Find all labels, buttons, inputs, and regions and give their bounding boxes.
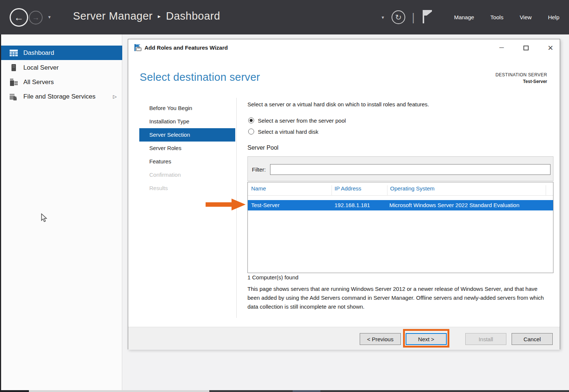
previous-button[interactable]: < Previous <box>360 333 401 345</box>
page-note: This page shows servers that are running… <box>247 285 550 311</box>
sidebar-item-label: Local Server <box>23 64 59 72</box>
column-divider <box>387 185 387 196</box>
sidebar-item-all-servers[interactable]: All Servers <box>1 75 122 89</box>
sidebar-item-file-storage-services[interactable]: File and Storage Services ▷ <box>1 89 122 104</box>
column-header-name[interactable]: Name <box>251 185 266 192</box>
forward-arrow-icon: → <box>32 13 40 22</box>
flag-icon <box>422 9 433 24</box>
refresh-button[interactable]: ↻ <box>392 10 405 24</box>
filter-panel: Filter: <box>247 156 553 181</box>
menu-tools[interactable]: Tools <box>490 14 503 20</box>
step-server-selection[interactable]: Server Selection <box>139 128 235 142</box>
cell-name: Test-Server <box>251 202 280 208</box>
sidebar-item-label: All Servers <box>23 79 54 86</box>
step-before-you-begin[interactable]: Before You Begin <box>139 102 235 115</box>
filter-input[interactable] <box>270 164 550 175</box>
step-server-roles[interactable]: Server Roles <box>139 142 235 155</box>
cell-operating-system: Microsoft Windows Server 2022 Standard E… <box>389 202 519 208</box>
local-server-icon <box>9 64 18 71</box>
back-button[interactable]: ← <box>10 8 28 27</box>
column-header-ip-address[interactable]: IP Address <box>335 185 361 192</box>
radio-unselected-icon <box>248 129 254 134</box>
breadcrumb-separator-icon: ▸ <box>158 13 161 19</box>
server-pool-table: Name IP Address Operating System Test-Se… <box>247 182 553 273</box>
minimize-icon: ─ <box>499 44 504 52</box>
taskbar-edge <box>0 390 569 392</box>
table-header: Name IP Address Operating System <box>248 182 553 196</box>
cell-ip-address: 192.168.1.181 <box>335 202 370 208</box>
intro-text: Select a server or a virtual hard disk o… <box>247 101 429 107</box>
breadcrumb-root[interactable]: Server Manager <box>73 10 153 22</box>
wizard-steps: Before You Begin Installation Type Serve… <box>139 102 235 195</box>
dialog-title: Add Roles and Features Wizard <box>144 44 228 51</box>
dashboard-grid-icon <box>9 50 18 56</box>
all-servers-icon <box>9 79 18 86</box>
back-arrow-icon: ← <box>14 12 24 23</box>
sidebar-item-label: File and Storage Services <box>23 93 96 100</box>
dialog-titlebar[interactable]: Add Roles and Features Wizard ─ ✕ <box>128 39 560 56</box>
breadcrumb-current[interactable]: Dashboard <box>166 10 220 22</box>
radio-label: Select a virtual hard disk <box>258 129 318 135</box>
next-button-highlight-box <box>403 329 449 348</box>
step-installation-type[interactable]: Installation Type <box>139 115 235 128</box>
dialog-button-bar: < Previous Next > Install Cancel <box>128 327 560 350</box>
menu-manage[interactable]: Manage <box>454 14 474 20</box>
cancel-button[interactable]: Cancel <box>512 333 553 345</box>
close-button[interactable]: ✕ <box>542 42 559 53</box>
add-roles-features-wizard-dialog: Add Roles and Features Wizard ─ ✕ Select… <box>128 39 560 349</box>
table-row-test-server[interactable]: Test-Server 192.168.1.181 Microsoft Wind… <box>248 200 553 210</box>
mouse-cursor-icon <box>41 213 47 222</box>
column-divider <box>332 185 332 196</box>
radio-virtual-hard-disk[interactable]: Select a virtual hard disk <box>248 127 318 136</box>
menu-view[interactable]: View <box>520 14 532 20</box>
step-results: Results <box>139 182 235 195</box>
nav-history-caret-icon[interactable]: ▼ <box>47 15 51 19</box>
install-button: Install <box>465 333 506 345</box>
page-title: Select destination server <box>140 71 260 83</box>
refresh-icon: ↻ <box>395 13 402 22</box>
destination-server-label: DESTINATION SERVER <box>496 72 547 77</box>
file-storage-icon <box>9 93 18 100</box>
destination-server-block: DESTINATION SERVER Test-Server <box>496 72 547 84</box>
row-pointer-arrow-icon <box>206 199 247 210</box>
filter-label: Filter: <box>252 166 266 173</box>
notifications-flag-button[interactable] <box>422 9 433 26</box>
breadcrumb: Server Manager▸Dashboard <box>73 10 220 22</box>
topbar: ← → ▼ Server Manager▸Dashboard ▼ ↻ | Man… <box>0 0 569 34</box>
topbar-separator: | <box>412 11 415 24</box>
expand-arrow-icon[interactable]: ▷ <box>113 94 117 99</box>
destination-server-value: Test-Server <box>496 79 547 84</box>
server-pool-title: Server Pool <box>247 144 279 151</box>
radio-selected-icon <box>248 117 254 123</box>
result-count: 1 Computer(s) found <box>247 274 299 280</box>
radio-server-pool[interactable]: Select a server from the server pool <box>248 116 346 124</box>
sidebar-item-label: Dashboard <box>23 49 54 57</box>
close-icon: ✕ <box>548 44 553 52</box>
radio-label: Select a server from the server pool <box>258 117 346 124</box>
step-confirmation: Confirmation <box>139 168 235 182</box>
sidebar-item-local-server[interactable]: Local Server <box>1 60 122 75</box>
step-features[interactable]: Features <box>139 155 235 168</box>
maximize-icon <box>523 46 529 50</box>
menu-help[interactable]: Help <box>548 14 559 20</box>
forward-button[interactable]: → <box>29 11 43 24</box>
wizard-app-icon <box>134 44 142 53</box>
minimize-button[interactable]: ─ <box>493 42 510 53</box>
column-divider <box>546 185 546 196</box>
notifications-caret-icon[interactable]: ▼ <box>381 15 385 20</box>
sidebar-item-dashboard[interactable]: Dashboard <box>1 46 122 60</box>
column-header-operating-system[interactable]: Operating System <box>390 185 435 192</box>
sidebar: Dashboard Local Server All Servers File … <box>1 34 122 390</box>
maximize-button[interactable] <box>518 42 534 53</box>
